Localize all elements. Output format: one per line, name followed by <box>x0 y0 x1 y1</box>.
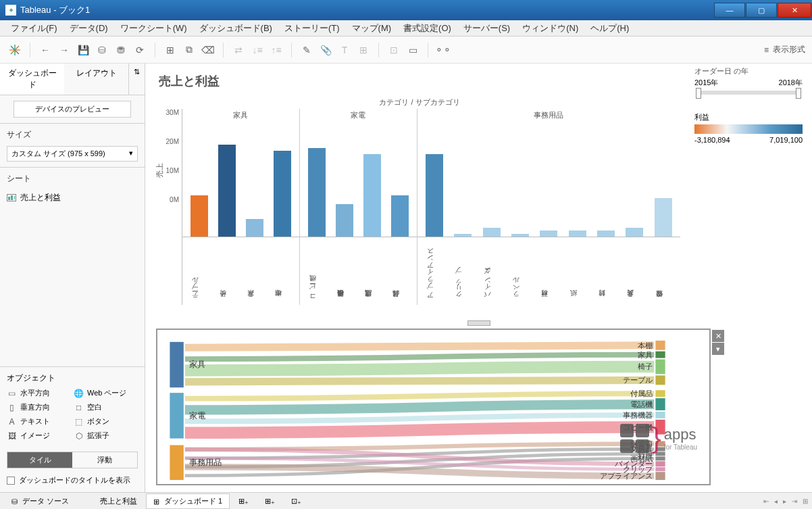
swap-icon[interactable]: ⇄ <box>230 42 247 58</box>
new-worksheet-icon[interactable]: ⊞ <box>162 42 178 58</box>
bar[interactable] <box>655 198 672 237</box>
menu-map[interactable]: マップ(M) <box>347 21 397 36</box>
sheet-item[interactable]: 売上と利益 <box>7 190 138 205</box>
menu-help[interactable]: ヘルプ(H) <box>585 21 634 36</box>
new-worksheet-button[interactable]: ⊞₊ <box>231 494 256 508</box>
remove-sheet-icon[interactable]: ✕ <box>712 330 724 342</box>
obj-extension[interactable]: ⬡拡張子 <box>74 431 138 441</box>
bar[interactable] <box>191 195 208 237</box>
datasource-tab[interactable]: ⛁ データ ソース <box>4 493 76 509</box>
obj-text[interactable]: Aテキスト <box>7 416 71 427</box>
bar[interactable] <box>483 228 501 237</box>
menu-data[interactable]: データ(D) <box>64 21 113 36</box>
bar[interactable] <box>336 204 353 237</box>
menu-story[interactable]: ストーリー(T) <box>279 21 345 36</box>
year-start: 2015年 <box>694 78 718 88</box>
redo-icon[interactable]: → <box>56 42 72 58</box>
bar[interactable] <box>454 234 472 237</box>
undo-icon[interactable]: ← <box>37 42 53 58</box>
bar[interactable] <box>363 154 381 237</box>
tableau-icon[interactable] <box>7 42 23 58</box>
refresh-icon[interactable]: ⟳ <box>132 42 148 58</box>
year-filter[interactable]: オーダー日 の年 2015年 2018年 <box>694 66 803 97</box>
grid-icon[interactable]: ⊞ <box>355 42 372 58</box>
dashboard-tab[interactable]: ⊞ ダッシュボード 1 <box>146 493 230 509</box>
nav-last-icon[interactable]: ⇥ <box>792 498 797 505</box>
share-icon[interactable]: ⚬⚬ <box>435 42 451 58</box>
dashboard-canvas[interactable]: 売上と利益 オーダー日 の年 2015年 2018年 利益 -3,180,894… <box>145 64 812 492</box>
refresh-datasource-icon[interactable]: ⛃ <box>113 42 129 58</box>
bar[interactable] <box>391 195 409 237</box>
sort-asc-icon[interactable]: ↓≡ <box>249 42 265 58</box>
close-button[interactable]: ✕ <box>778 3 811 18</box>
text-icon[interactable]: T <box>336 42 353 58</box>
menu-file[interactable]: ファイル(F) <box>5 21 63 36</box>
tile-button[interactable]: タイル <box>7 452 72 468</box>
dashboard-title: 売上と利益 <box>159 73 220 89</box>
year-filter-label: オーダー日 の年 <box>694 66 803 76</box>
bar[interactable] <box>597 231 615 237</box>
size-dropdown[interactable]: カスタム サイズ (975 x 599) ▾ <box>7 146 138 162</box>
nav-next-icon[interactable]: ▸ <box>783 498 786 505</box>
obj-blank[interactable]: □空白 <box>74 402 138 412</box>
menu-window[interactable]: ウィンドウ(N) <box>517 21 584 36</box>
device-preview-button[interactable]: デバイスのプレビュー <box>14 101 131 118</box>
tab-layout[interactable]: レイアウト <box>64 64 128 95</box>
x-label: コピー機 <box>308 237 326 305</box>
bar[interactable] <box>274 151 291 237</box>
svg-rect-18 <box>655 390 665 397</box>
show-title-checkbox[interactable] <box>7 477 15 485</box>
bar-chart[interactable]: カテゴリ / サブカテゴリ 売上 30M 20M 10M 0M 家具テーブル椅子… <box>159 97 680 314</box>
worksheet-tab[interactable]: 売上と利益 <box>93 493 145 509</box>
svg-rect-38 <box>655 472 665 480</box>
bar[interactable] <box>540 231 557 237</box>
new-story-button[interactable]: ⊡₊ <box>284 494 309 508</box>
size-value: カスタム サイズ (975 x 599) <box>11 149 105 159</box>
menu-worksheet[interactable]: ワークシート(W) <box>115 21 193 36</box>
clear-icon[interactable]: ⌫ <box>200 42 216 58</box>
sheet-options-icon[interactable]: ▾ <box>712 343 724 355</box>
minimize-button[interactable]: — <box>714 3 745 18</box>
bar[interactable] <box>626 228 643 237</box>
bar[interactable] <box>569 231 586 237</box>
duplicate-icon[interactable]: ⧉ <box>181 42 197 58</box>
worksheet-icon <box>7 194 16 201</box>
nav-tabs-icon[interactable]: ⊞ <box>803 498 808 505</box>
svg-text:家具: 家具 <box>638 351 653 359</box>
obj-web[interactable]: 🌐Web ページ <box>74 388 138 398</box>
obj-horizontal[interactable]: ▭水平方向 <box>7 388 71 398</box>
menu-dashboard[interactable]: ダッシュボード(B) <box>194 21 278 36</box>
nav-prev-icon[interactable]: ◂ <box>774 498 778 505</box>
fit-icon[interactable]: ⊡ <box>386 42 402 58</box>
datasource-tab-icon: ⛁ <box>11 498 20 504</box>
svg-rect-22 <box>655 412 665 418</box>
presentation-icon[interactable]: ▭ <box>405 42 421 58</box>
save-icon[interactable]: 💾 <box>75 42 91 58</box>
nav-first-icon[interactable]: ⇤ <box>763 498 769 505</box>
sort-desc-icon[interactable]: ↑≡ <box>268 42 284 58</box>
attach-icon[interactable]: 📎 <box>318 42 334 58</box>
bar[interactable] <box>246 219 263 237</box>
menu-format[interactable]: 書式設定(O) <box>398 21 457 36</box>
bar[interactable] <box>218 145 236 237</box>
highlight-icon[interactable]: ✎ <box>299 42 315 58</box>
tab-dashboard[interactable]: ダッシュボード <box>0 64 64 95</box>
sankey-chart[interactable]: ✕ ▾ 家具家電事務用品本棚家具椅子テーブル付属品電話機事務機器コピー機保管箱文… <box>156 329 711 485</box>
obj-image[interactable]: 🖼イメージ <box>7 431 71 441</box>
float-button[interactable]: 浮動 <box>72 452 137 468</box>
new-dashboard-button[interactable]: ⊞₊ <box>257 494 282 508</box>
year-slider[interactable] <box>699 91 798 95</box>
sidebar-options-icon[interactable]: ⇅ <box>128 64 145 95</box>
bar[interactable] <box>426 154 443 237</box>
datasource-icon[interactable]: ⛁ <box>94 42 110 58</box>
menubar: ファイル(F) データ(D) ワークシート(W) ダッシュボード(B) ストーリ… <box>0 20 812 37</box>
menu-server[interactable]: サーバー(S) <box>458 21 515 36</box>
bar[interactable] <box>308 148 326 237</box>
maximize-button[interactable]: ▢ <box>746 3 777 18</box>
show-me-button[interactable]: ≡ 表示形式 <box>764 44 805 55</box>
show-title-label: ダッシュボードのタイトルを表示 <box>19 475 130 485</box>
obj-button[interactable]: ⬚ボタン <box>74 416 138 427</box>
bar[interactable] <box>511 234 529 237</box>
pane-resize-handle[interactable] <box>467 320 490 326</box>
obj-vertical[interactable]: ▯垂直方向 <box>7 402 71 412</box>
